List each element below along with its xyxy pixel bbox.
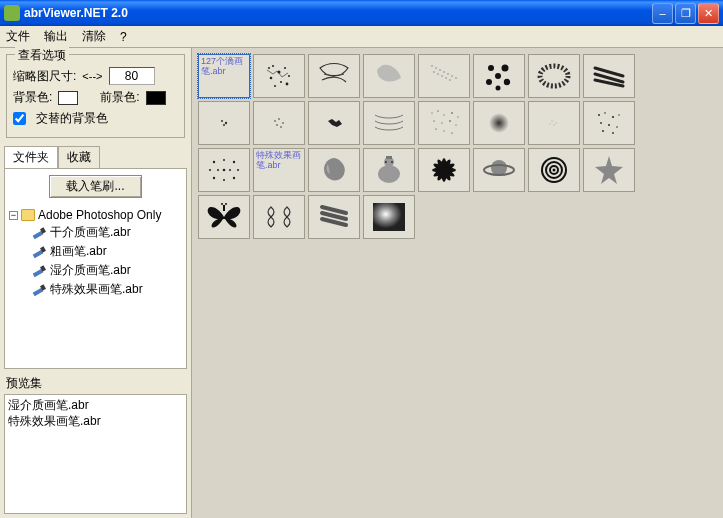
tree-item[interactable]: 粗画笔.abr [33,243,182,260]
thumb[interactable] [528,101,580,145]
thumb-size-input[interactable] [109,67,155,85]
tree-root-item[interactable]: − Adobe Photoshop Only [9,208,182,222]
thumb[interactable] [473,101,525,145]
tab-strip: 文件夹 收藏 [4,146,191,168]
svg-point-17 [437,73,439,75]
tree-item[interactable]: 特殊效果画笔.abr [33,281,182,298]
window-buttons: – ❐ ✕ [652,3,719,24]
view-options-group: 查看选项 缩略图尺寸: <--> 背景色: 前景色: 交替的背景色 [6,54,185,138]
menu-help[interactable]: ? [120,30,127,44]
thumb[interactable] [253,195,305,239]
thumb[interactable] [418,54,470,98]
bg-color-swatch[interactable] [58,91,78,105]
svg-point-67 [223,179,225,181]
svg-point-32 [278,118,280,120]
maximize-button[interactable]: ❐ [675,3,696,24]
thumb-label[interactable]: 特殊效果画笔.abr [253,148,305,192]
menu-export[interactable]: 输出 [44,28,68,45]
brush-file-icon [33,264,47,278]
svg-point-6 [280,81,282,83]
alt-bg-label: 交替的背景色 [36,110,108,127]
svg-point-49 [551,120,552,121]
thumb[interactable] [528,54,580,98]
thumbnail-area: 127个滴画笔.abr 特殊效果画笔.abr [192,48,723,518]
svg-point-3 [284,67,286,69]
thumb-label[interactable]: 127个滴画笔.abr [198,54,250,98]
svg-point-50 [555,122,556,123]
folder-tree[interactable]: − Adobe Photoshop Only 干介质画笔.abr 粗画笔.abr… [5,204,186,368]
thumb[interactable] [418,101,470,145]
thumb[interactable] [198,195,250,239]
tree-item-label: 干介质画笔.abr [50,224,131,241]
minimize-button[interactable]: – [652,3,673,24]
thumb[interactable] [528,148,580,192]
thumb[interactable] [363,101,415,145]
menu-bar: 文件 输出 清除 ? [0,26,723,48]
thumb[interactable] [253,101,305,145]
thumb[interactable] [583,148,635,192]
tree-item[interactable]: 干介质画笔.abr [33,224,182,241]
svg-point-65 [233,177,235,179]
svg-point-20 [449,79,451,81]
svg-point-56 [618,114,619,115]
tab-favorites[interactable]: 收藏 [58,146,100,168]
menu-file[interactable]: 文件 [6,28,30,45]
svg-point-38 [444,115,445,116]
thumb[interactable] [363,195,415,239]
svg-point-19 [445,77,447,79]
thumb[interactable] [363,54,415,98]
svg-point-14 [451,75,453,77]
svg-point-34 [276,124,278,126]
thumb[interactable] [198,101,250,145]
svg-point-24 [486,79,492,85]
app-icon [4,5,20,21]
menu-clear[interactable]: 清除 [82,28,106,45]
load-brush-button[interactable]: 载入笔刷... [49,175,141,198]
thumb[interactable] [363,148,415,192]
svg-point-62 [213,161,215,163]
svg-point-8 [274,85,276,87]
svg-point-30 [223,124,225,126]
thumb[interactable] [473,54,525,98]
svg-point-25 [504,79,510,85]
svg-point-71 [229,169,231,171]
close-button[interactable]: ✕ [698,3,719,24]
svg-point-76 [385,161,387,163]
thumb[interactable] [583,54,635,98]
svg-point-84 [491,160,507,176]
thumb[interactable] [473,148,525,192]
thumb[interactable] [253,54,305,98]
tree-item[interactable]: 湿介质画笔.abr [33,262,182,279]
bg-color-label: 背景色: [13,89,52,106]
thumb[interactable] [418,148,470,192]
svg-point-21 [488,65,494,71]
svg-point-73 [378,165,400,183]
tab-folders[interactable]: 文件夹 [4,146,58,168]
thumb[interactable] [198,148,250,192]
alt-bg-checkbox[interactable] [13,112,26,125]
thumb[interactable] [308,148,360,192]
svg-point-57 [600,122,602,124]
thumb[interactable] [308,54,360,98]
thumb[interactable] [308,101,360,145]
collapse-icon[interactable]: − [9,211,18,220]
brush-file-icon [33,283,47,297]
svg-point-42 [442,123,443,124]
preset-list[interactable]: 湿介质画笔.abr 特殊效果画笔.abr [4,394,187,514]
svg-point-43 [449,120,450,121]
preset-line: 特殊效果画笔.abr [8,414,183,430]
left-panel: 查看选项 缩略图尺寸: <--> 背景色: 前景色: 交替的背景色 文件夹 收藏 [0,48,192,518]
svg-rect-90 [223,205,225,211]
svg-rect-93 [373,203,405,231]
svg-point-61 [612,132,614,134]
svg-point-54 [604,112,606,114]
svg-point-10 [435,67,437,69]
thumb[interactable] [583,101,635,145]
svg-point-70 [217,169,219,171]
svg-point-53 [598,114,600,116]
svg-point-0 [268,67,270,69]
thumb[interactable] [308,195,360,239]
fg-color-swatch[interactable] [146,91,166,105]
svg-point-60 [602,130,604,132]
fg-color-label: 前景色: [100,89,139,106]
